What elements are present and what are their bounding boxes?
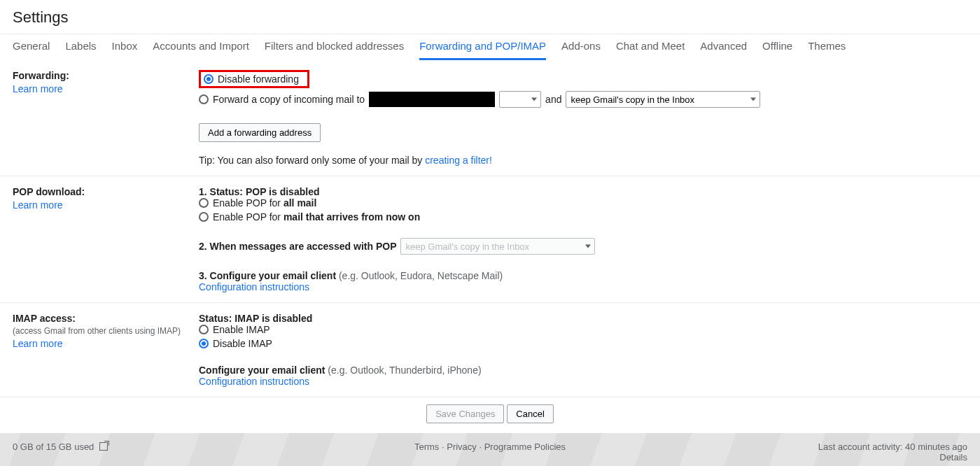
terms-link[interactable]: Terms bbox=[414, 442, 439, 452]
forward-keep-copy-select[interactable]: keep Gmail's copy in the Inbox bbox=[566, 91, 760, 108]
tab-advanced[interactable]: Advanced bbox=[700, 40, 747, 60]
forward-copy-label: Forward a copy of incoming mail to bbox=[213, 94, 365, 105]
section-pop: POP download: Learn more 1. Status: POP … bbox=[0, 176, 980, 303]
imap-heading: IMAP access: bbox=[13, 313, 199, 324]
imap-config-instructions-link[interactable]: Configuration instructions bbox=[199, 376, 309, 387]
radio-imap-enable[interactable] bbox=[199, 325, 209, 334]
imap-subtext: (access Gmail from other clients using I… bbox=[13, 326, 199, 336]
page-title: Settings bbox=[0, 0, 980, 34]
pop-status-value: POP is disabled bbox=[246, 186, 320, 197]
pop-heading: POP download: bbox=[13, 186, 199, 197]
radio-pop-enable-new[interactable] bbox=[199, 212, 209, 222]
save-changes-button: Save Changes bbox=[426, 404, 504, 423]
pop-config-instructions-link[interactable]: Configuration instructions bbox=[199, 281, 309, 292]
forwarding-learn-more-link[interactable]: Learn more bbox=[13, 83, 63, 94]
tab-general[interactable]: General bbox=[13, 40, 50, 60]
pop-learn-more-link[interactable]: Learn more bbox=[13, 199, 63, 211]
imap-learn-more-link[interactable]: Learn more bbox=[13, 338, 63, 349]
pop-q2-label: 2. When messages are accessed with POP bbox=[199, 241, 396, 252]
tab-offline[interactable]: Offline bbox=[762, 40, 792, 60]
tab-labels[interactable]: Labels bbox=[65, 40, 96, 60]
tab-accounts-import[interactable]: Accounts and Import bbox=[153, 40, 249, 60]
disable-forwarding-label: Disable forwarding bbox=[218, 73, 299, 85]
imap-enable-label: Enable IMAP bbox=[213, 324, 270, 335]
tab-addons[interactable]: Add-ons bbox=[561, 40, 601, 60]
pop-enable-new-bold: mail that arrives from now on bbox=[284, 211, 420, 223]
imap-disable-label: Disable IMAP bbox=[213, 338, 272, 349]
tab-inbox[interactable]: Inbox bbox=[112, 40, 138, 60]
policies-link[interactable]: Programme Policies bbox=[484, 442, 566, 452]
radio-pop-enable-all[interactable] bbox=[199, 198, 209, 208]
footer: 0 GB of 15 GB used Terms · Privacy · Pro… bbox=[0, 433, 980, 465]
pop-status-prefix: 1. Status: bbox=[199, 186, 246, 197]
last-activity-text: Last account activity: 40 minutes ago bbox=[818, 442, 967, 452]
radio-imap-disable[interactable] bbox=[199, 339, 209, 348]
actions-row: Save Changes Cancel bbox=[0, 397, 980, 433]
disable-forwarding-highlight: Disable forwarding bbox=[199, 70, 309, 88]
pop-q3-bold: 3. Configure your email client bbox=[199, 270, 336, 281]
forwarding-tip-text: Tip: You can also forward only some of y… bbox=[199, 155, 425, 166]
imap-status-prefix: Status: bbox=[199, 313, 234, 324]
forward-address-redacted bbox=[369, 92, 495, 107]
imap-config-rest: (e.g. Outlook, Thunderbird, iPhone) bbox=[325, 365, 481, 376]
radio-disable-forwarding[interactable] bbox=[204, 74, 214, 84]
forward-address-select[interactable] bbox=[499, 91, 541, 108]
settings-tabs: General Labels Inbox Accounts and Import… bbox=[0, 34, 980, 60]
tab-filters[interactable]: Filters and blocked addresses bbox=[265, 40, 404, 60]
storage-usage: 0 GB of 15 GB used bbox=[13, 442, 94, 452]
tab-chat-meet[interactable]: Chat and Meet bbox=[616, 40, 685, 60]
forwarding-heading: Forwarding: bbox=[13, 70, 199, 81]
pop-enable-new-prefix: Enable POP for bbox=[213, 211, 284, 223]
section-forwarding: Forwarding: Learn more Disable forwardin… bbox=[0, 60, 980, 176]
section-imap: IMAP access: (access Gmail from other cl… bbox=[0, 303, 980, 397]
and-text: and bbox=[545, 94, 561, 105]
radio-forward-copy[interactable] bbox=[199, 94, 209, 104]
create-filter-link[interactable]: creating a filter! bbox=[425, 155, 492, 166]
pop-enable-all-bold: all mail bbox=[284, 197, 316, 209]
pop-enable-all-prefix: Enable POP for bbox=[213, 197, 284, 209]
imap-status-value: IMAP is disabled bbox=[234, 313, 312, 324]
external-link-icon[interactable] bbox=[99, 442, 108, 451]
pop-q3-rest: (e.g. Outlook, Eudora, Netscape Mail) bbox=[336, 270, 503, 281]
cancel-button[interactable]: Cancel bbox=[507, 404, 553, 423]
tab-themes[interactable]: Themes bbox=[808, 40, 846, 60]
pop-access-select: keep Gmail's copy in the Inbox bbox=[400, 238, 595, 255]
details-link[interactable]: Details bbox=[939, 452, 967, 463]
add-forwarding-address-button[interactable]: Add a forwarding address bbox=[199, 123, 321, 142]
privacy-link[interactable]: Privacy bbox=[447, 442, 477, 452]
imap-config-bold: Configure your email client bbox=[199, 365, 325, 376]
tab-forwarding-pop-imap[interactable]: Forwarding and POP/IMAP bbox=[419, 40, 546, 60]
